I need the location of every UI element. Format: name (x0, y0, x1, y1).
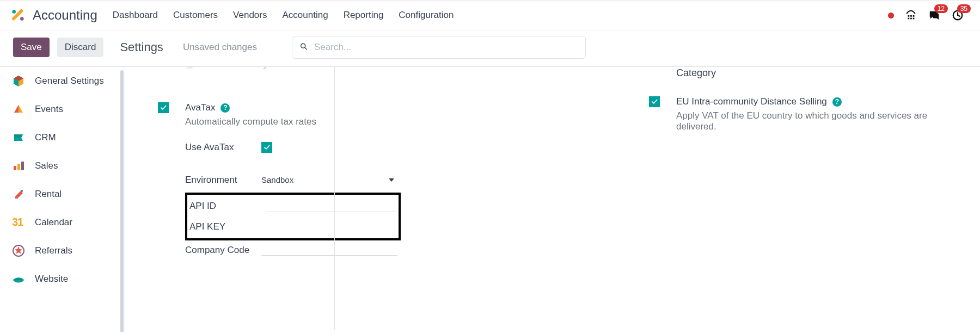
calendar-icon: 31 (12, 216, 25, 229)
use-avatax-label: Use AvaTax (185, 142, 261, 153)
avatax-desc: Automatically compute tax rates (185, 116, 401, 127)
sidebar-item-rental[interactable]: Rental (0, 180, 125, 208)
svg-rect-7 (913, 18, 915, 20)
sidebar-item-referrals[interactable]: Referrals (0, 237, 125, 265)
cube-icon (12, 75, 25, 88)
help-icon[interactable]: ? (220, 103, 230, 113)
svg-rect-12 (21, 162, 24, 170)
api-key-label: API KEY (189, 221, 266, 232)
search-input[interactable] (292, 36, 586, 59)
api-id-label: API ID (189, 201, 266, 212)
sidebar-item-events[interactable]: Events (0, 95, 125, 123)
sidebar-label-events: Events (35, 104, 63, 115)
sidebar-item-general[interactable]: General Settings (0, 67, 125, 95)
topbar-right: 12 35 (888, 9, 969, 21)
environment-value: Sandbox (261, 175, 293, 184)
right-column: Default Category EU Intra-community Di (649, 67, 954, 132)
sidebar-label-sales: Sales (35, 160, 58, 171)
svg-rect-11 (17, 164, 20, 170)
company-code-input[interactable] (261, 244, 397, 256)
svg-point-9 (301, 44, 305, 48)
search-wrap (292, 36, 586, 59)
app-name[interactable]: Accounting (33, 8, 97, 23)
referrals-icon (12, 244, 25, 257)
rental-icon (12, 188, 25, 201)
vertical-divider (334, 67, 335, 330)
environment-select[interactable]: Sandbox (261, 173, 397, 187)
action-bar: Save Discard Settings Unsaved changes (0, 30, 980, 67)
activities-badge: 35 (957, 4, 971, 13)
main-nav: Dashboard Customers Vendors Accounting R… (113, 10, 454, 21)
default-category-label: Default Category (676, 67, 736, 80)
caret-down-icon (389, 178, 394, 182)
svg-point-0 (12, 10, 16, 14)
crm-icon (12, 131, 25, 144)
sidebar-scrollbar[interactable] (120, 70, 124, 332)
radio-icon[interactable] (185, 67, 194, 69)
page-title: Settings (120, 40, 163, 54)
svg-point-13 (21, 190, 23, 192)
nav-dashboard[interactable]: Dashboard (113, 10, 158, 21)
sidebar-label-crm: CRM (35, 132, 56, 143)
status-text: Unsaved changes (183, 42, 257, 53)
sidebar-label-general: General Settings (35, 76, 104, 86)
svg-point-1 (20, 17, 24, 21)
sales-icon (12, 159, 25, 172)
nav-reporting[interactable]: Reporting (344, 10, 384, 21)
messages-badge: 12 (934, 4, 948, 13)
api-credentials-box: API ID API KEY (185, 193, 401, 240)
sidebar-label-website: Website (35, 274, 68, 284)
default-category-row: Default Category (676, 67, 954, 80)
sidebar-item-sales[interactable]: Sales (0, 152, 125, 180)
messages-icon[interactable]: 12 (928, 9, 941, 21)
svg-rect-10 (14, 166, 16, 170)
svg-rect-5 (908, 18, 910, 20)
save-button[interactable]: Save (13, 38, 50, 57)
sidebar-label-calendar: Calendar (35, 217, 72, 228)
eu-title: EU Intra-community Distance Selling (676, 96, 827, 107)
events-icon (12, 103, 25, 116)
top-nav: Accounting Dashboard Customers Vendors A… (0, 0, 980, 30)
nav-vendors[interactable]: Vendors (233, 10, 267, 21)
activities-icon[interactable]: 35 (952, 9, 964, 21)
sidebar-label-referrals: Referrals (35, 245, 72, 256)
main-panel: Round Globally AvaTax ? Automatically co… (125, 67, 980, 334)
sidebar-item-crm[interactable]: CRM (0, 123, 125, 152)
settings-sidebar: General Settings Events CRM Sales Rental… (0, 67, 125, 334)
company-code-label: Company Code (185, 244, 261, 257)
sidebar-item-calendar[interactable]: 31 Calendar (0, 208, 125, 237)
eu-desc: Apply VAT of the EU country to which goo… (676, 110, 948, 132)
svg-rect-3 (910, 15, 912, 17)
sidebar-label-rental: Rental (35, 189, 62, 200)
api-id-input[interactable] (266, 200, 396, 212)
prev-option-label: Round Globally (201, 67, 268, 70)
use-avatax-checkbox[interactable] (261, 142, 272, 153)
body: General Settings Events CRM Sales Rental… (0, 67, 980, 334)
discard-button[interactable]: Discard (57, 38, 104, 57)
svg-rect-2 (908, 15, 910, 17)
nav-configuration[interactable]: Configuration (399, 10, 454, 21)
apps-icon[interactable] (905, 9, 917, 21)
eu-checkbox[interactable] (649, 96, 660, 107)
svg-rect-4 (913, 15, 915, 17)
api-key-input[interactable] (266, 221, 396, 233)
status-dot-icon[interactable] (888, 13, 894, 18)
avatax-checkbox[interactable] (158, 102, 169, 113)
avatax-title: AvaTax (185, 102, 215, 113)
search-icon (299, 42, 308, 53)
nav-customers[interactable]: Customers (173, 10, 218, 21)
sidebar-item-website[interactable]: Website (0, 265, 125, 286)
nav-accounting[interactable]: Accounting (283, 10, 328, 21)
eu-distance-block: EU Intra-community Distance Selling ? Ap… (649, 96, 954, 132)
svg-rect-6 (910, 18, 912, 20)
app-logo-icon (11, 8, 25, 22)
help-icon[interactable]: ? (832, 97, 842, 107)
refresh-icon[interactable] (901, 67, 910, 67)
website-icon (12, 273, 25, 286)
environment-label: Environment (185, 175, 261, 185)
